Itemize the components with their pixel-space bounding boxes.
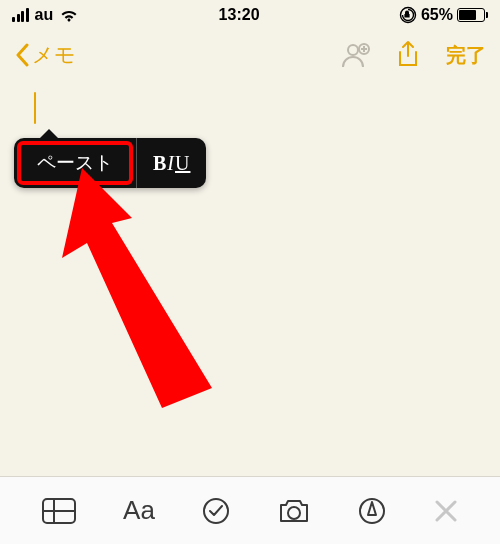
checklist-icon[interactable] xyxy=(201,496,231,526)
status-left: au xyxy=(12,6,79,24)
svg-point-8 xyxy=(288,507,300,519)
italic-label: I xyxy=(167,152,175,175)
carrier-label: au xyxy=(35,6,54,24)
battery-icon xyxy=(457,8,488,22)
camera-icon[interactable] xyxy=(277,497,311,525)
format-biu-button[interactable]: B I U xyxy=(137,138,206,188)
table-icon[interactable] xyxy=(41,497,77,525)
markup-icon[interactable] xyxy=(357,496,387,526)
text-cursor xyxy=(34,92,36,124)
nav-bar: メモ 完了 xyxy=(0,30,500,80)
status-right: 65% xyxy=(399,6,488,24)
wifi-icon xyxy=(59,8,79,22)
edit-menu: ペースト B I U xyxy=(14,138,206,188)
add-person-icon[interactable] xyxy=(340,41,370,69)
done-button[interactable]: 完了 xyxy=(446,42,486,69)
keyboard-toolbar: Aa xyxy=(0,476,500,544)
close-icon[interactable] xyxy=(433,498,459,524)
signal-icon xyxy=(12,8,29,22)
paste-button[interactable]: ペースト xyxy=(17,141,133,185)
share-icon[interactable] xyxy=(396,40,420,70)
battery-percent: 65% xyxy=(421,6,453,24)
orientation-lock-icon xyxy=(399,6,417,24)
back-label: メモ xyxy=(32,41,76,69)
text-format-button[interactable]: Aa xyxy=(123,495,155,526)
chevron-left-icon xyxy=(14,43,30,67)
status-bar: au 13:20 65% xyxy=(0,0,500,30)
bold-label: B xyxy=(153,152,167,175)
svg-point-7 xyxy=(204,499,228,523)
status-time: 13:20 xyxy=(79,6,399,24)
underline-label: U xyxy=(175,152,190,175)
back-button[interactable]: メモ xyxy=(14,41,76,69)
svg-point-1 xyxy=(348,45,358,55)
